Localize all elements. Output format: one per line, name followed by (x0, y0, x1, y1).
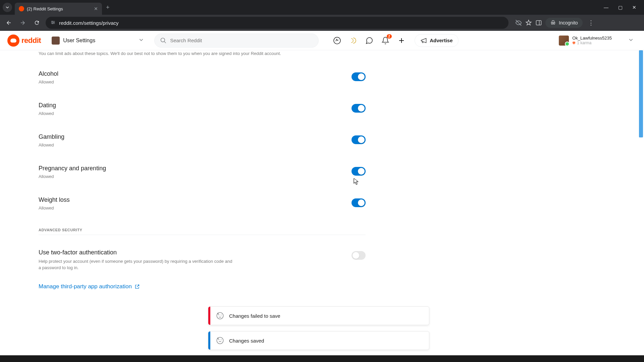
popular-icon[interactable] (333, 36, 341, 45)
settings-page: You can limit ads about these topics. We… (0, 50, 644, 355)
setting-row-dating: Dating Allowed (39, 102, 366, 116)
address-bar[interactable]: reddit.com/settings/privacy (46, 17, 508, 29)
setting-row-pregnancy: Pregnancy and parenting Allowed (39, 165, 366, 179)
toggle-gambling[interactable] (352, 135, 366, 144)
advertise-label: Advertise (430, 38, 452, 43)
setting-title: Alcohol (39, 70, 58, 77)
minimize-button[interactable]: — (603, 4, 609, 10)
svg-rect-3 (536, 20, 541, 25)
setting-description: Help protect your account (even if someo… (39, 258, 233, 271)
sensitive-ads-note: You can limit ads about these topics. We… (39, 50, 366, 57)
maximize-button[interactable]: ▢ (617, 4, 623, 10)
megaphone-icon (420, 37, 427, 44)
svg-point-0 (52, 21, 53, 22)
toast-text: Changes failed to save (229, 313, 280, 319)
setting-row-alcohol: Alcohol Allowed (39, 70, 366, 84)
setting-row-gambling: Gambling Allowed (39, 133, 366, 147)
toggle-twofa[interactable] (352, 251, 366, 260)
svg-line-19 (218, 339, 219, 340)
toggle-pregnancy[interactable] (352, 167, 366, 176)
reload-button[interactable] (32, 17, 42, 28)
setting-row-twofa: Use two-factor authentication Help prote… (39, 249, 366, 271)
setting-title: Dating (39, 102, 56, 109)
toggle-alcohol[interactable] (352, 72, 366, 81)
setting-status: Allowed (39, 174, 106, 179)
back-button[interactable] (3, 17, 14, 28)
advertise-button[interactable]: Advertise (415, 34, 458, 47)
chevron-down-icon (629, 38, 633, 44)
advanced-security-header: ADVANCED SECURITY (39, 228, 366, 235)
setting-title: Gambling (39, 133, 64, 140)
setting-title: Use two-factor authentication (39, 249, 233, 256)
new-tab-button[interactable]: + (106, 4, 110, 11)
reddit-happy-icon (216, 336, 224, 345)
user-karma: ✾ 1 karma (572, 41, 612, 45)
svg-point-17 (221, 340, 221, 340)
chevron-down-icon (139, 38, 144, 44)
bookmark-star-icon[interactable] (525, 19, 532, 26)
browser-menu-button[interactable]: ⋮ (586, 19, 596, 26)
context-avatar-icon (52, 37, 60, 45)
user-avatar-icon (559, 36, 569, 46)
reddit-wordmark: reddit (21, 36, 41, 45)
user-menu[interactable]: Ok_Lawfulness5235 ✾ 1 karma (555, 34, 637, 47)
toggle-dating[interactable] (352, 104, 366, 113)
tab-title: (2) Reddit Settings (27, 6, 91, 11)
setting-row-weight-loss: Weight loss Allowed (39, 196, 366, 210)
incognito-indicator[interactable]: Incognito (545, 18, 583, 28)
eye-off-icon[interactable] (515, 19, 522, 26)
search-icon (160, 37, 167, 44)
user-info: Ok_Lawfulness5235 ✾ 1 karma (572, 36, 612, 46)
setting-title: Pregnancy and parenting (39, 165, 106, 172)
reload-icon (34, 20, 40, 26)
svg-line-6 (164, 41, 166, 43)
svg-point-7 (334, 37, 340, 44)
forward-button[interactable] (17, 17, 28, 28)
reddit-favicon-icon (19, 6, 24, 11)
setting-title: Weight loss (39, 196, 70, 203)
site-settings-icon[interactable] (50, 20, 56, 26)
toggle-weight-loss[interactable] (352, 198, 366, 207)
context-dropdown[interactable]: User Settings (52, 37, 144, 45)
window-controls: — ▢ ✕ (603, 4, 641, 10)
chevron-down-icon (5, 5, 9, 9)
create-post-icon[interactable] (397, 36, 406, 45)
arrow-left-icon (6, 20, 12, 26)
scrollbar[interactable] (639, 50, 643, 355)
arrow-right-icon (20, 20, 26, 26)
setting-status: Allowed (39, 142, 64, 147)
svg-point-15 (217, 337, 223, 344)
external-link-icon (135, 284, 140, 289)
chat-icon[interactable] (365, 36, 374, 45)
user-name: Ok_Lawfulness5235 (572, 36, 612, 41)
coins-icon[interactable] (349, 36, 358, 45)
setting-status: Allowed (39, 205, 70, 210)
search-input[interactable] (170, 38, 313, 43)
manage-apps-link[interactable]: Manage third-party app authorization (39, 283, 366, 290)
toast-container: Changes failed to save Changes saved (208, 306, 429, 350)
reddit-mark-icon (7, 35, 19, 47)
reddit-sad-icon (216, 311, 224, 320)
side-panel-icon[interactable] (535, 19, 542, 26)
toast-success: Changes saved (208, 331, 429, 350)
svg-point-1 (53, 22, 54, 23)
browser-toolbar: reddit.com/settings/privacy Incognito ⋮ (0, 15, 644, 31)
reddit-header: reddit User Settings 2 Advertise (0, 31, 644, 50)
close-window-button[interactable]: ✕ (631, 4, 637, 10)
browser-tab-strip: (2) Reddit Settings ✕ + — ▢ ✕ (0, 0, 644, 15)
toast-error: Changes failed to save (208, 306, 429, 325)
browser-tab[interactable]: (2) Reddit Settings ✕ (15, 3, 102, 15)
svg-point-12 (221, 315, 221, 315)
scrollbar-thumb[interactable] (639, 50, 643, 137)
reddit-logo[interactable]: reddit (7, 35, 41, 47)
svg-line-14 (218, 314, 219, 315)
close-tab-button[interactable]: ✕ (94, 6, 98, 11)
toast-text: Changes saved (229, 338, 264, 344)
search-box[interactable] (154, 34, 319, 48)
svg-point-11 (219, 315, 219, 315)
tab-search-button[interactable] (3, 3, 12, 12)
incognito-label: Incognito (559, 20, 578, 25)
notifications-icon[interactable]: 2 (381, 36, 390, 45)
svg-point-2 (52, 23, 53, 24)
url-text: reddit.com/settings/privacy (59, 20, 504, 26)
